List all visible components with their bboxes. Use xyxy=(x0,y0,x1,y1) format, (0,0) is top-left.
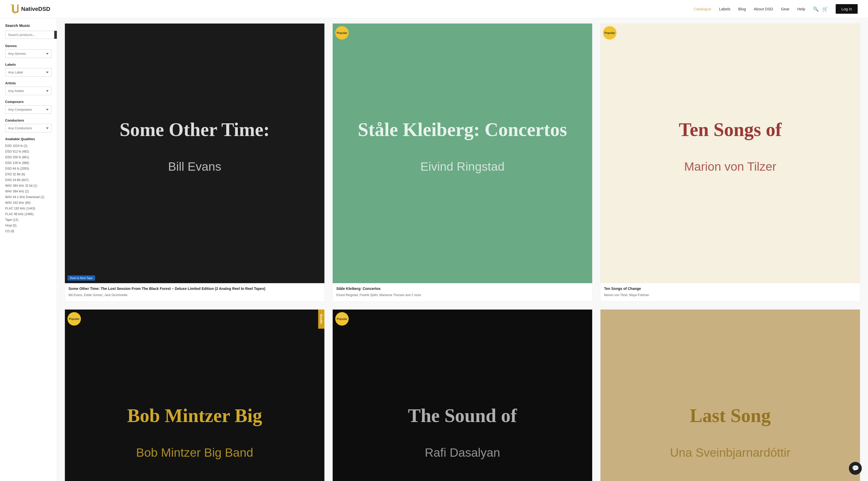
labels-select[interactable]: Any Label xyxy=(5,68,52,77)
svg-rect-3 xyxy=(333,24,592,283)
logo-icon xyxy=(10,4,19,14)
header: NativeDSD Catalogue Labels Blog About DS… xyxy=(0,0,868,18)
quality-item[interactable]: DSD 256 fs (861) xyxy=(5,154,52,160)
album-artist: Marion von Tilzer, Maya Fridman xyxy=(604,293,856,297)
sidebar: Search Music Search Genres Any Genres La… xyxy=(0,18,57,481)
album-card[interactable]: Ståle Kleiberg: Concertos Eivind Ringsta… xyxy=(333,23,592,302)
main-layout: Search Music Search Genres Any Genres La… xyxy=(0,18,868,481)
popular-badge: Popular xyxy=(335,312,349,326)
album-card[interactable]: Last Song Una Sveinbjarnardóttir Last So… xyxy=(600,309,860,481)
composers-filter: Composers Any Composers xyxy=(5,100,52,114)
bundle-badge: Bundle xyxy=(318,309,324,328)
svg-text:Marion von Tilzer: Marion von Tilzer xyxy=(684,160,776,173)
album-image-wrap: Bob Mintzer Big Bob Mintzer Big Band Pop… xyxy=(65,309,324,481)
svg-text:Eivind Ringstad: Eivind Ringstad xyxy=(420,160,504,173)
conductors-filter: Conductors Any Conductors xyxy=(5,118,52,132)
svg-rect-6 xyxy=(600,24,860,283)
login-button[interactable]: Log in xyxy=(836,4,858,14)
quality-item[interactable]: FLAC 192 kHz (1443) xyxy=(5,206,52,211)
artists-select[interactable]: Any Artists xyxy=(5,87,52,95)
reel-tag: Reel to Reel Tape xyxy=(67,275,95,280)
nav-gear[interactable]: Gear xyxy=(781,7,789,11)
albums-content: Some Other Time: Bill Evans Reel to Reel… xyxy=(57,18,868,481)
genres-filter: Genres Any Genres xyxy=(5,44,52,58)
album-info: Ståle Kleiberg: Concertos Eivind Ringsta… xyxy=(333,283,592,301)
artists-label: Artists xyxy=(5,81,52,85)
conductors-select[interactable]: Any Conductors xyxy=(5,124,52,132)
popular-badge: Popular xyxy=(67,312,81,326)
nav-help[interactable]: Help xyxy=(797,7,805,11)
album-image-wrap: Some Other Time: Bill Evans Reel to Reel… xyxy=(65,24,324,283)
composers-select[interactable]: Any Composers xyxy=(5,105,52,114)
svg-text:Bill Evans: Bill Evans xyxy=(168,160,221,173)
quality-item[interactable]: DXD 32 Bit (6) xyxy=(5,172,52,177)
nav-labels[interactable]: Labels xyxy=(719,7,731,11)
quality-item[interactable]: Tape (12) xyxy=(5,217,52,223)
svg-text:Ståle Kleiberg: Concertos: Ståle Kleiberg: Concertos xyxy=(358,119,567,140)
conductors-label: Conductors xyxy=(5,118,52,122)
svg-text:Ten Songs of: Ten Songs of xyxy=(679,119,782,140)
album-artist: Bill Evans, Eddie Gomez, Jack DeJohnette xyxy=(68,293,321,297)
qualities-title: Available Qualities xyxy=(5,137,52,141)
nav-catalogue[interactable]: Catalogue xyxy=(693,7,711,11)
album-artist: Eivind Ringstad, Fredrik Sjölin, Mariann… xyxy=(336,293,589,297)
album-card[interactable]: The Sound of Rafi Dasalyan Popular The S… xyxy=(333,309,592,481)
logo[interactable]: NativeDSD xyxy=(10,4,50,14)
svg-text:Rafi Dasalyan: Rafi Dasalyan xyxy=(425,446,500,459)
svg-text:Bob Mintzer Big: Bob Mintzer Big xyxy=(127,405,262,426)
genres-label: Genres xyxy=(5,44,52,48)
quality-item[interactable]: CD (9) xyxy=(5,228,52,234)
album-image-wrap: Last Song Una Sveinbjarnardóttir xyxy=(600,309,860,481)
svg-text:Last Song: Last Song xyxy=(690,405,771,426)
album-title: Ståle Kleiberg: Concertos xyxy=(336,286,589,292)
quality-item[interactable]: WAV 384 kHz (2) xyxy=(5,188,52,194)
nav-blog[interactable]: Blog xyxy=(738,7,746,11)
album-image-wrap: Ten Songs of Marion von Tilzer Popular xyxy=(600,24,860,283)
chat-bubble[interactable]: 💬 xyxy=(849,462,862,475)
quality-item[interactable]: DSD 512 fs (482) xyxy=(5,149,52,154)
svg-text:Some Other Time:: Some Other Time: xyxy=(120,119,270,140)
search-music-title: Search Music xyxy=(5,23,52,28)
quality-item[interactable]: DXD 24 Bit (647) xyxy=(5,177,52,183)
popular-badge: Popular xyxy=(603,26,617,39)
genres-select[interactable]: Any Genres xyxy=(5,50,52,58)
album-title: Ten Songs of Change xyxy=(604,286,856,292)
svg-rect-0 xyxy=(65,24,324,283)
album-image-wrap: The Sound of Rafi Dasalyan Popular xyxy=(333,309,592,481)
quality-item[interactable]: WAV 44.1 kHz Download (1) xyxy=(5,194,52,200)
quality-item[interactable]: DSD 128 fs (986) xyxy=(5,160,52,166)
qualities-list: DSD 1024 fs (2)DSD 512 fs (482)DSD 256 f… xyxy=(5,143,52,234)
popular-badge: Popular xyxy=(335,26,349,39)
search-box: Search xyxy=(5,31,52,39)
svg-text:Una Sveinbjarnardóttir: Una Sveinbjarnardóttir xyxy=(670,446,790,459)
album-image-wrap: Ståle Kleiberg: Concertos Eivind Ringsta… xyxy=(333,24,592,283)
labels-label: Labels xyxy=(5,63,52,66)
album-info: Ten Songs of Change Marion von Tilzer, M… xyxy=(600,283,860,301)
album-info: Some Other Time: The Lost Session From T… xyxy=(65,283,324,301)
svg-text:The Sound of: The Sound of xyxy=(408,405,517,426)
album-card[interactable]: Some Other Time: Bill Evans Reel to Reel… xyxy=(65,23,325,302)
svg-text:Bob Mintzer Big Band: Bob Mintzer Big Band xyxy=(136,446,253,459)
quality-item[interactable]: Vinyl (5) xyxy=(5,223,52,228)
quality-item[interactable]: DSD 1024 fs (2) xyxy=(5,143,52,149)
quality-item[interactable]: FLAC 96 kHz (1466) xyxy=(5,211,52,217)
quality-item[interactable]: WAV 384 kHz 32 bit (1) xyxy=(5,183,52,188)
albums-grid: Some Other Time: Bill Evans Reel to Reel… xyxy=(65,23,860,481)
brand-name: NativeDSD xyxy=(21,6,50,12)
album-title: Some Other Time: The Lost Session From T… xyxy=(68,286,321,292)
nav-icons: 🔍 🛒 xyxy=(813,6,828,12)
nav-about[interactable]: About DSD xyxy=(754,7,773,11)
cart-icon[interactable]: 🛒 xyxy=(822,6,828,12)
quality-item[interactable]: WAV 192 kHz (84) xyxy=(5,200,52,206)
album-card[interactable]: Bob Mintzer Big Bob Mintzer Big Band Pop… xyxy=(65,309,325,481)
labels-filter: Labels Any Label xyxy=(5,63,52,77)
search-input[interactable] xyxy=(5,31,54,39)
search-icon[interactable]: 🔍 xyxy=(813,6,818,12)
main-nav: Catalogue Labels Blog About DSD Gear Hel… xyxy=(693,4,858,14)
album-card[interactable]: Ten Songs of Marion von Tilzer Popular T… xyxy=(600,23,860,302)
quality-item[interactable]: DSD 64 fs (2055) xyxy=(5,166,52,172)
artists-filter: Artists Any Artists xyxy=(5,81,52,95)
composers-label: Composers xyxy=(5,100,52,104)
